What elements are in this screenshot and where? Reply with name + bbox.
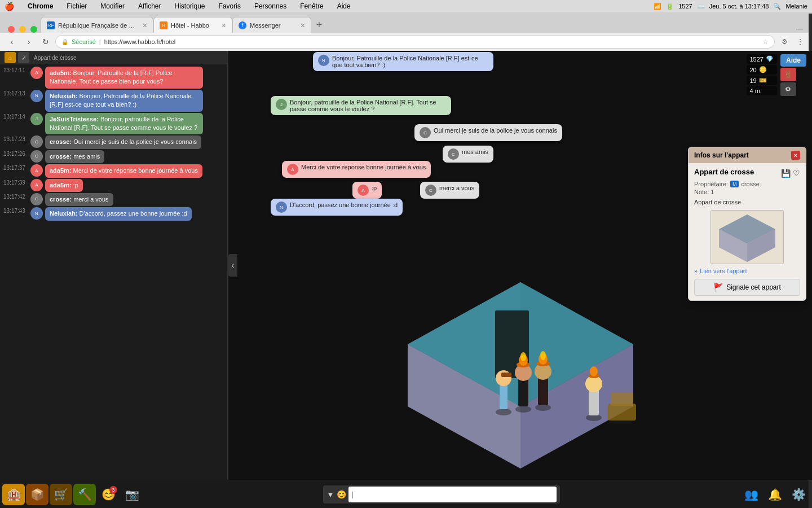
minimize-icon[interactable]: — xyxy=(796,25,803,33)
chat-bubble: crosse: merci a vous xyxy=(45,193,113,206)
protocol-label: Sécurisé xyxy=(72,38,96,45)
game-area[interactable]: 1527 💎 20 🪙 19 🎫 4 m. Aide 🚪 ⚙ xyxy=(228,51,812,480)
menu-aide[interactable]: Aide xyxy=(335,1,353,11)
isometric-room xyxy=(391,254,650,468)
tickets-value: 19 xyxy=(750,77,757,84)
collapse-chat-btn[interactable]: ‹ xyxy=(228,254,237,277)
avatar: C xyxy=(30,135,43,148)
tickets-stat: 19 🎫 xyxy=(747,76,777,85)
save-room-icon[interactable]: 💾 xyxy=(781,169,791,178)
arrow-icon: » xyxy=(694,268,698,274)
tab-close-habbo[interactable]: × xyxy=(222,21,226,29)
app-name[interactable]: Chrome xyxy=(25,1,55,11)
room-link[interactable]: » Lien vers l'appart xyxy=(694,268,800,274)
avatar: N xyxy=(30,90,43,102)
avatar: A xyxy=(30,179,43,191)
coins-stat: 20 🪙 xyxy=(747,65,777,75)
game-bubble-crosse-1: C Oui merci je suis de la police je vous… xyxy=(414,124,562,141)
tab-close-messenger[interactable]: × xyxy=(301,21,305,29)
room-name: Appart de crosse xyxy=(694,168,754,176)
chat-time: 13:17:13 xyxy=(3,90,28,98)
tab-habbo[interactable]: H Hôtel - Habbo × xyxy=(153,17,232,33)
avatar: C xyxy=(30,193,43,205)
tab-close-republique[interactable]: × xyxy=(143,21,147,29)
chat-message: 13:17:13 N Neluxiah: Bonjour, Patrouille… xyxy=(3,90,224,112)
back-btn[interactable]: ‹ xyxy=(5,34,19,49)
avatar-badge: 3 xyxy=(109,486,117,494)
habbo-inventory-btn[interactable]: 📦 xyxy=(26,484,48,505)
wifi-icon: 📶 xyxy=(654,3,661,10)
gem-icon: 💎 xyxy=(766,55,774,63)
menu-favoris[interactable]: Favoris xyxy=(217,1,243,11)
search-icon[interactable]: 🔍 xyxy=(773,3,781,10)
habbo-home-btn[interactable]: 🏨 xyxy=(2,484,25,505)
extensions-btn[interactable]: ⚙ xyxy=(777,34,792,49)
chat-mode-icon[interactable]: ▼ xyxy=(326,490,334,499)
habbo-avatar-btn[interactable]: 😊 3 xyxy=(97,484,120,505)
habbo-friends-btn[interactable]: 👥 xyxy=(740,484,762,505)
report-label: Signale cet appart xyxy=(726,283,781,291)
game-bubble-crosse-3: C merci a vous xyxy=(420,182,479,199)
window-maximize-btn[interactable] xyxy=(30,26,37,33)
apple-logo-icon[interactable]: 🍎 xyxy=(5,2,14,11)
habbo-catalog-btn[interactable]: 🛒 xyxy=(50,484,72,505)
url-text: https://www.habbo.fr/hotel xyxy=(104,38,759,45)
menu-modifier[interactable]: Modifier xyxy=(98,1,127,11)
room-info-popup: Infos sur l'appart × Appart de crosse 💾 … xyxy=(688,147,806,301)
chat-bubble: Neluxiah: D'accord, passez une bonne jou… xyxy=(45,207,192,220)
chat-bubble: Neluxiah: Bonjour, Patrouille de la Poli… xyxy=(45,90,203,112)
chat-bubble: crosse: Oui merci je suis de la police j… xyxy=(45,135,201,148)
settings-room-btn[interactable]: ⚙ xyxy=(780,82,796,96)
nav-right-icons: ⚙ ⋮ xyxy=(777,34,807,49)
owner-badge: M xyxy=(730,181,739,187)
help-button[interactable]: Aide xyxy=(780,54,806,67)
svg-rect-29 xyxy=(611,392,633,406)
window-close-btn[interactable] xyxy=(8,26,15,33)
top-right-buttons: Aide 🚪 ⚙ xyxy=(780,54,806,96)
avatar: N xyxy=(276,202,287,213)
avatar: N xyxy=(30,207,43,220)
svg-point-22 xyxy=(540,351,546,360)
menu-fichier[interactable]: Fichier xyxy=(64,1,89,11)
menu-afficher[interactable]: Afficher xyxy=(136,1,163,11)
time-value: 4 m. xyxy=(750,87,762,94)
habbo-camera-btn[interactable]: 📷 xyxy=(121,484,143,505)
menu-fenetre[interactable]: Fenêtre xyxy=(298,1,325,11)
menu-personnes[interactable]: Personnes xyxy=(252,1,289,11)
chrome-menu-btn[interactable]: ⋮ xyxy=(793,34,807,49)
room-note: Note: 1 xyxy=(694,189,800,195)
emoji-btn[interactable]: 😊 xyxy=(337,490,346,499)
tab-republique[interactable]: RF République Française de Hab... × xyxy=(41,17,153,33)
refresh-btn[interactable]: ↻ xyxy=(38,34,53,49)
window-minimize-btn[interactable] xyxy=(19,26,26,33)
favorite-room-icon[interactable]: ♡ xyxy=(793,169,800,178)
chat-messages: 13:17:11 A ada5m: Bonjour, Patrouille de… xyxy=(0,64,227,480)
chat-time: 13:17:43 xyxy=(3,207,28,215)
chat-expand-btn[interactable]: ⤢ xyxy=(18,52,29,63)
tab-messenger[interactable]: f Messenger × xyxy=(232,17,311,33)
chat-message: 13:17:39 A ada5m: :p xyxy=(3,179,224,192)
habbo-taskbar: 🏨 📦 🛒 🔨 😊 3 📷 ▼ 😊 👥 🔔 ⚙️ xyxy=(0,480,812,508)
room-popup-close-btn[interactable]: × xyxy=(791,151,800,160)
chat-time: 13:17:42 xyxy=(3,193,28,201)
address-bar[interactable]: 🔒 Sécurisé | https://www.habbo.fr/hotel … xyxy=(55,35,775,49)
new-tab-btn[interactable]: + xyxy=(311,17,327,33)
exit-room-btn[interactable]: 🚪 xyxy=(780,68,796,81)
chat-home-btn[interactable]: ⌂ xyxy=(5,52,16,63)
bookmark-icon[interactable]: ☆ xyxy=(762,38,769,46)
habbo-build-btn[interactable]: 🔨 xyxy=(73,484,96,505)
report-room-btn[interactable]: 🚩 Signale cet appart xyxy=(694,279,800,296)
habbo-settings-btn[interactable]: ⚙️ xyxy=(787,484,810,505)
bubble-text: :p xyxy=(372,185,377,191)
menu-historique[interactable]: Historique xyxy=(173,1,208,11)
game-bubble-neluxiah-2: N D'accord, passez une bonne journée :d xyxy=(271,199,403,216)
owner-label: Propriétaire: xyxy=(694,181,728,187)
chat-input-wrapper: ▼ 😊 xyxy=(144,485,739,503)
main-content: ⌂ ⤢ Appart de crosse 13:17:11 A ada5m: B… xyxy=(0,51,812,480)
avatar: C xyxy=(425,185,436,196)
habbo-notification-btn[interactable]: 🔔 xyxy=(764,484,786,505)
chat-input[interactable] xyxy=(348,487,557,502)
forward-btn[interactable]: › xyxy=(21,34,36,49)
datetime: Jeu. 5 oct. à 13:17:48 xyxy=(709,3,769,10)
avatar: N xyxy=(318,55,329,66)
